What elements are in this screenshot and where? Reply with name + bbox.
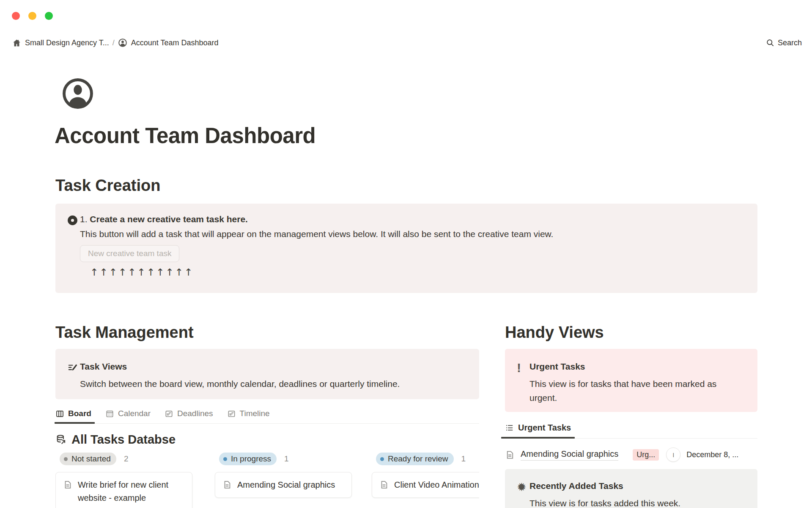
urgent-tasks-callout: ! Urgent Tasks This view is for tasks th…: [505, 349, 757, 412]
task-views-callout: Task Views Switch between the board view…: [55, 349, 479, 399]
status-dot: [223, 457, 227, 461]
board-column-not-started: Not started 2 Write brief for new client…: [55, 453, 192, 508]
page-avatar-icon[interactable]: [61, 77, 94, 112]
breadcrumb-workspace-label: Small Design Agency T...: [25, 39, 109, 47]
database-title-row[interactable]: All Tasks Databse: [55, 433, 479, 447]
close-window-button[interactable]: [12, 12, 20, 20]
status-label: Not started: [71, 454, 111, 464]
tab-deadlines[interactable]: Deadlines: [165, 409, 213, 423]
recently-added-callout: ✹ Recently Added Tasks This view is for …: [505, 469, 757, 508]
column-count: 1: [461, 454, 466, 464]
database-title: All Tasks Databse: [71, 433, 176, 447]
tab-deadlines-label: Deadlines: [177, 409, 213, 418]
breadcrumb-page[interactable]: Account Team Dashboard: [118, 38, 219, 47]
compose-pencil-icon: [67, 362, 78, 373]
zoom-window-button[interactable]: [45, 12, 53, 20]
search-button[interactable]: Search: [766, 39, 802, 47]
status-pill-not-started[interactable]: Not started: [60, 453, 116, 465]
task-card[interactable]: Client Video Animation: [372, 472, 479, 498]
board-column-in-progress: In progress 1 Amending Social graphics: [215, 453, 352, 498]
status-label: Ready for review: [388, 454, 448, 464]
status-pill-in-progress[interactable]: In progress: [219, 453, 277, 465]
status-dot: [64, 457, 68, 461]
task-card-title: Write brief for new client website - exa…: [78, 478, 185, 505]
person-circle-icon: [118, 38, 127, 47]
calendar-view-icon: [105, 409, 114, 418]
task-management-section: Task Management Task Views Switch betwee…: [55, 323, 479, 508]
callout-step-line: 1. Create a new creative team task here.: [80, 214, 553, 224]
timeline-view-icon: [165, 409, 173, 418]
breadcrumb-separator: /: [112, 39, 115, 47]
seal-star-icon: ✹: [517, 480, 527, 494]
handy-views-heading: Handy Views: [505, 323, 757, 341]
recent-callout-title: Recently Added Tasks: [529, 481, 680, 491]
tab-calendar[interactable]: Calendar: [105, 409, 151, 423]
column-count: 1: [284, 454, 289, 464]
exclamation-icon: !: [517, 361, 521, 375]
task-creation-heading: Task Creation: [55, 177, 160, 194]
timeline-view-icon: [227, 409, 236, 418]
page-title: Account Team Dashboard: [55, 123, 315, 148]
breadcrumb-page-label: Account Team Dashboard: [131, 39, 219, 47]
due-date: December 8, ...: [686, 450, 738, 459]
document-icon: [379, 480, 389, 489]
up-arrows-decoration: ↑↑↑↑↑↑↑↑↑↑↑: [90, 267, 553, 278]
minimize-window-button[interactable]: [28, 12, 36, 20]
search-icon: [766, 39, 774, 47]
status-label: In progress: [231, 454, 271, 464]
status-dot: [380, 457, 384, 461]
view-tabs: Board Calendar Deadlines: [55, 409, 479, 424]
tab-urgent-tasks[interactable]: Urgent Tasks: [505, 423, 571, 438]
task-card[interactable]: Amending Social graphics: [215, 472, 352, 498]
urgent-callout-description: This view is for tasks that have been ma…: [529, 377, 728, 405]
task-card-title: Amending Social graphics: [237, 478, 335, 491]
database-icon: [55, 434, 67, 445]
window-controls: [12, 12, 53, 20]
task-management-heading: Task Management: [55, 323, 479, 341]
recent-callout-description: This view is for tasks added this week.: [529, 496, 680, 508]
kanban-board: Not started 2 Write brief for new client…: [55, 453, 479, 508]
breadcrumb-workspace[interactable]: Small Design Agency T...: [12, 39, 109, 47]
tab-calendar-label: Calendar: [118, 409, 151, 418]
callout-step-description: This button will add a task that will ap…: [80, 229, 553, 239]
task-views-title: Task Views: [80, 362, 400, 372]
handy-views-section: Handy Views ! Urgent Tasks This view is …: [505, 323, 757, 508]
urgent-task-link[interactable]: Amending Social graphics: [521, 449, 618, 461]
document-icon: [63, 480, 72, 489]
home-icon: [12, 39, 21, 47]
board-view-icon: [55, 409, 64, 418]
document-icon: [222, 480, 232, 489]
task-creation-callout: 1. Create a new creative team task here.…: [55, 204, 757, 293]
step-title: Create a new creative team task here.: [90, 214, 248, 224]
top-bar: Small Design Agency T... / Account Team …: [12, 38, 802, 47]
task-card[interactable]: Write brief for new client website - exa…: [55, 472, 192, 508]
task-views-description: Switch between the board view, monthly c…: [80, 377, 400, 391]
urgent-tag-badge: Urg...: [633, 449, 659, 461]
assignee-avatar: I: [666, 447, 680, 462]
column-count: 2: [124, 454, 129, 464]
bulleted-list-icon: [505, 423, 514, 432]
urgent-view-tabs: Urgent Tasks: [505, 423, 757, 439]
tab-urgent-tasks-label: Urgent Tasks: [518, 423, 571, 433]
status-pill-ready-for-review[interactable]: Ready for review: [376, 453, 454, 465]
task-card-title: Client Video Animation: [394, 478, 479, 491]
tab-timeline[interactable]: Timeline: [227, 409, 270, 423]
document-icon: [505, 450, 515, 460]
urgent-task-row: Amending Social graphics Urg... I Decemb…: [505, 447, 757, 462]
board-column-ready-for-review: Ready for review 1 Client Video Animatio…: [372, 453, 479, 498]
new-creative-team-task-button[interactable]: New creative team task: [80, 245, 179, 262]
tab-board-label: Board: [68, 409, 91, 418]
step-number: 1.: [80, 214, 90, 224]
target-donut-icon: [67, 215, 78, 226]
tab-board[interactable]: Board: [55, 409, 91, 423]
tab-timeline-label: Timeline: [240, 409, 270, 418]
urgent-callout-title: Urgent Tasks: [529, 362, 728, 372]
search-label: Search: [778, 39, 802, 47]
